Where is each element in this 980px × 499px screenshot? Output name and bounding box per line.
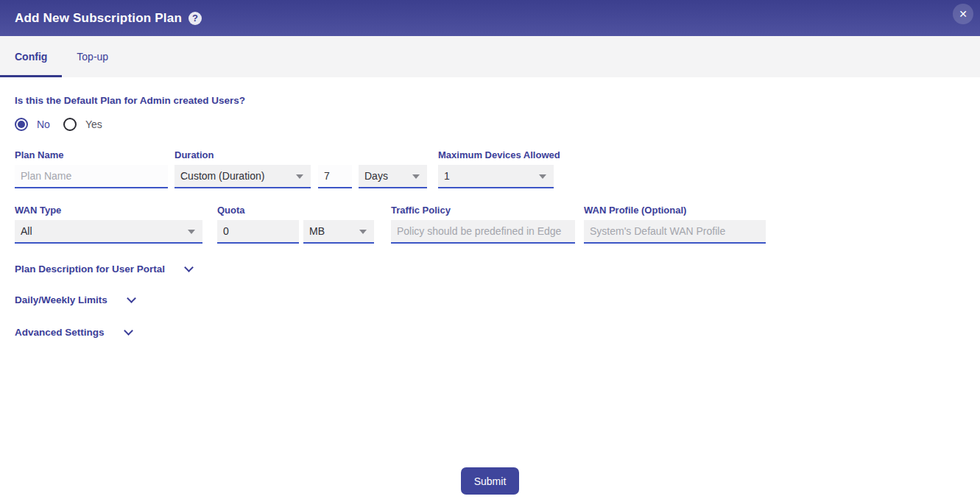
duration-value-input[interactable] (318, 165, 352, 188)
radio-icon-no (15, 118, 28, 131)
tab-config-label: Config (15, 51, 47, 63)
form-content: Is this the Default Plan for Admin creat… (0, 77, 980, 495)
duration-label: Duration (175, 149, 427, 160)
close-icon: ✕ (959, 8, 967, 20)
default-plan-radio-group: No Yes (15, 117, 965, 132)
wan-type-group: WAN Type All (15, 205, 202, 244)
chevron-down-icon (124, 326, 133, 336)
submit-area: Submit (15, 467, 965, 495)
tab-bar: Config Top-up (0, 36, 980, 77)
caret-down-icon (296, 174, 303, 179)
quota-unit-value: MB (309, 225, 325, 237)
section-plan-description[interactable]: Plan Description for User Portal (15, 263, 192, 275)
close-button[interactable]: ✕ (953, 4, 973, 24)
quota-unit-select[interactable]: MB (303, 220, 374, 244)
quota-group: Quota MB (217, 205, 374, 244)
modal-header: Add New Subscription Plan ? ✕ (0, 0, 980, 36)
radio-option-no[interactable]: No (15, 118, 50, 131)
traffic-policy-group: Traffic Policy (391, 205, 575, 244)
plan-name-input[interactable] (15, 165, 168, 188)
tab-top-up-label: Top-up (77, 51, 108, 63)
modal-title: Add New Subscription Plan (15, 11, 182, 26)
wan-type-label: WAN Type (15, 205, 202, 216)
max-devices-label: Maximum Devices Allowed (438, 149, 560, 160)
plan-name-label: Plan Name (15, 149, 168, 160)
section-daily-weekly-limits[interactable]: Daily/Weekly Limits (15, 294, 135, 305)
wan-profile-group: WAN Profile (Optional) (584, 205, 766, 244)
section-advanced-settings[interactable]: Advanced Settings (15, 327, 132, 338)
radio-label-yes: Yes (85, 118, 102, 130)
caret-down-icon (359, 230, 367, 234)
radio-label-no: No (37, 118, 50, 130)
duration-unit-select[interactable]: Days (359, 165, 427, 188)
wan-type-select[interactable]: All (15, 220, 202, 244)
quota-input[interactable] (217, 220, 299, 244)
submit-button[interactable]: Submit (461, 467, 519, 495)
tab-config[interactable]: Config (0, 36, 62, 77)
tab-top-up[interactable]: Top-up (62, 36, 123, 77)
duration-type-value: Custom (Duration) (180, 170, 264, 182)
duration-unit-value: Days (364, 170, 388, 182)
caret-down-icon (412, 174, 420, 179)
traffic-policy-input[interactable] (391, 220, 575, 244)
radio-icon-yes (63, 118, 77, 131)
caret-down-icon (539, 174, 546, 179)
section-advanced-settings-label: Advanced Settings (15, 327, 105, 338)
wan-profile-label: WAN Profile (Optional) (584, 205, 766, 216)
traffic-policy-label: Traffic Policy (391, 205, 575, 216)
section-daily-weekly-limits-label: Daily/Weekly Limits (15, 294, 107, 305)
duration-group: Duration Custom (Duration) Days (175, 149, 427, 188)
max-devices-value: 1 (444, 170, 450, 182)
default-plan-question: Is this the Default Plan for Admin creat… (15, 95, 965, 106)
plan-name-group: Plan Name (15, 149, 168, 188)
radio-option-yes[interactable]: Yes (63, 118, 102, 131)
duration-type-select[interactable]: Custom (Duration) (175, 165, 311, 188)
wan-type-value: All (21, 225, 32, 237)
caret-down-icon (188, 230, 195, 234)
max-devices-group: Maximum Devices Allowed 1 (438, 149, 560, 188)
section-plan-description-label: Plan Description for User Portal (15, 263, 165, 275)
max-devices-select[interactable]: 1 (438, 165, 554, 188)
help-icon[interactable]: ? (188, 12, 202, 25)
chevron-down-icon (184, 263, 194, 272)
wan-profile-input[interactable] (584, 220, 766, 244)
chevron-down-icon (127, 294, 136, 303)
quota-label: Quota (217, 205, 374, 216)
